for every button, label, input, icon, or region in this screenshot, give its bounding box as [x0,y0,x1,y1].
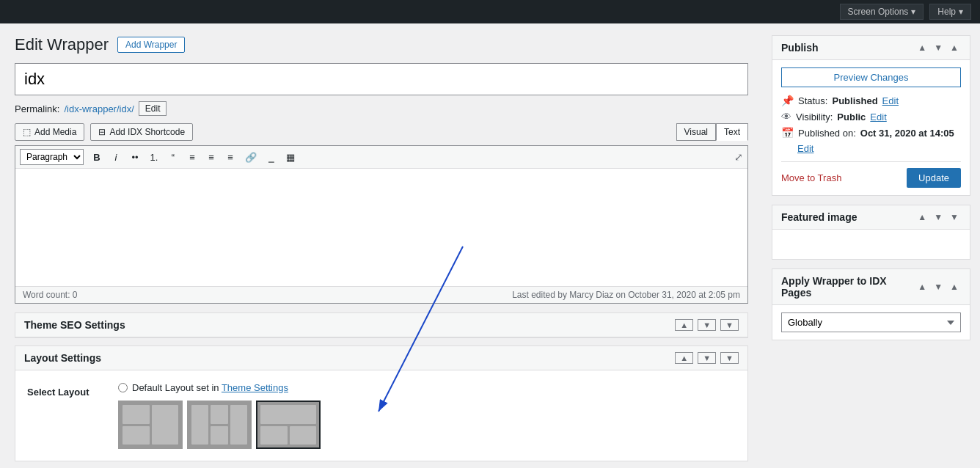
italic-button[interactable]: i [107,150,125,165]
thumb2-cell4 [230,405,247,445]
theme-seo-title: Theme SEO Settings [24,319,125,331]
numbered-list-button[interactable]: 1. [145,150,163,165]
screen-options-button[interactable]: Screen Options ▾ [840,4,924,20]
layout-settings-header[interactable]: Layout Settings ▲ ▼ ▼ [15,346,747,370]
layout-collapse-down[interactable]: ▼ [698,352,716,364]
apply-wrapper-select[interactable]: Globally By Page Type Disabled [781,312,961,332]
add-media-button[interactable]: ⬚ Add Media [15,123,84,141]
layout-toggle[interactable]: ▼ [720,352,739,364]
bullet-list-button[interactable]: •• [126,150,144,165]
thumb1-cell1 [122,405,150,424]
permalink-label: Permalink: [15,103,59,114]
move-to-trash-button[interactable]: Move to Trash [781,172,841,183]
thumb2-cell2 [211,405,227,424]
theme-seo-collapse-down[interactable]: ▼ [698,319,716,331]
featured-image-header: Featured image ▲ ▼ ▼ [772,205,970,230]
top-bar: Screen Options ▾ Help ▾ [0,0,980,23]
visibility-edit-link[interactable]: Edit [870,111,886,123]
featured-image-body [772,230,970,259]
published-on-edit-link[interactable]: Edit [797,143,813,154]
add-shortcode-label: Add IDX Shortcode [109,127,185,137]
page-title-row: Edit Wrapper Add Wrapper [15,35,748,54]
horizontal-rule-button[interactable]: ⎯ [263,150,280,165]
bold-button[interactable]: B [88,150,106,165]
add-shortcode-button[interactable]: ⊟ Add IDX Shortcode [90,123,193,141]
featured-toggle[interactable]: ▼ [948,212,961,222]
default-radio-row: Default Layout set in Theme Settings [118,382,321,393]
published-on-value: Oct 31, 2020 at 14:05 [860,128,954,139]
visibility-icon: 👁 [781,111,791,123]
page-layout: Edit Wrapper Add Wrapper Permalink: /idx… [0,23,980,468]
layout-thumb-3[interactable] [256,401,321,449]
select-layout-label: Select Layout [27,382,100,398]
permalink-link[interactable]: /idx-wrapper/idx/ [64,103,134,114]
publish-collapse-up[interactable]: ▲ [915,43,929,53]
apply-toggle[interactable]: ▲ [948,282,961,292]
screen-options-chevron: ▾ [911,7,915,17]
status-icon: 📌 [781,95,794,106]
layout-thumb-2[interactable] [187,401,252,449]
main-content: Edit Wrapper Add Wrapper Permalink: /idx… [0,23,763,468]
align-center-button[interactable]: ≡ [202,150,220,165]
table-button[interactable]: ▦ [282,150,299,165]
fullscreen-button[interactable]: ⤢ [734,151,743,163]
publish-box-controls: ▲ ▼ ▲ [915,43,961,53]
post-title-input[interactable] [15,63,748,95]
layout-settings-controls: ▲ ▼ ▼ [675,352,739,364]
default-layout-label: Default Layout set in Theme Settings [132,382,288,393]
select-layout-row: Select Layout Default Layout set in Them… [27,382,736,449]
apply-wrapper-body: Globally By Page Type Disabled [772,305,970,340]
layout-collapse-up[interactable]: ▲ [675,352,693,364]
apply-collapse-down[interactable]: ▼ [932,282,945,292]
thumb2-cell1 [191,405,208,445]
publish-body: Preview Changes 📌 Status: Published Edit… [772,60,970,195]
align-left-button[interactable]: ≡ [183,150,201,165]
apply-wrapper-title: Apply Wrapper to IDX Pages [781,275,915,299]
status-value: Published [832,95,877,106]
layout-section-body: Select Layout Default Layout set in Them… [15,370,747,461]
calendar-icon: 📅 [781,127,794,139]
permalink-edit-button[interactable]: Edit [139,101,167,116]
theme-seo-toggle[interactable]: ▼ [720,319,739,331]
theme-seo-collapse-up[interactable]: ▲ [675,319,693,331]
editor-toolbar-top: ⬚ Add Media ⊟ Add IDX Shortcode Visual T… [15,123,748,141]
featured-collapse-down[interactable]: ▼ [932,212,945,222]
apply-wrapper-box: Apply Wrapper to IDX Pages ▲ ▼ ▲ Globall… [772,268,970,340]
theme-seo-controls: ▲ ▼ ▼ [675,319,739,331]
thumb2-cell3 [211,426,227,445]
align-right-button[interactable]: ≡ [222,150,239,165]
theme-seo-header[interactable]: Theme SEO Settings ▲ ▼ ▼ [15,313,747,337]
editor-body[interactable] [15,169,747,286]
publish-collapse-down[interactable]: ▼ [932,43,945,53]
update-button[interactable]: Update [907,168,961,188]
thumb3-cell1 [260,405,316,424]
status-edit-link[interactable]: Edit [882,95,899,106]
visibility-row: 👁 Visibility: Public Edit [781,111,961,123]
add-media-label: Add Media [34,127,76,137]
layout-thumb-1[interactable] [118,401,183,449]
preview-changes-button[interactable]: Preview Changes [781,67,961,87]
editor-footer: Word count: 0 Last edited by Marcy Diaz … [15,286,747,303]
add-wrapper-button[interactable]: Add Wrapper [117,37,185,53]
visibility-value: Public [837,111,866,123]
featured-image-controls: ▲ ▼ ▼ [915,212,961,222]
help-button[interactable]: Help ▾ [929,4,971,20]
publish-toggle[interactable]: ▲ [948,43,961,53]
theme-settings-link[interactable]: Theme Settings [222,382,288,393]
default-layout-radio[interactable] [118,383,128,392]
blockquote-button[interactable]: “ [164,150,182,165]
featured-collapse-up[interactable]: ▲ [915,212,929,222]
published-on-label: Published on: [798,128,856,139]
thumb3-cell3 [290,426,317,445]
paragraph-select[interactable]: Paragraph [20,149,84,165]
tab-text[interactable]: Text [716,123,748,141]
media-icon: ⬚ [23,127,31,137]
theme-seo-section: Theme SEO Settings ▲ ▼ ▼ [15,312,748,338]
visual-text-tabs: Visual Text [676,123,748,141]
featured-image-box: Featured image ▲ ▼ ▼ [772,205,970,260]
apply-collapse-up[interactable]: ▲ [915,282,929,292]
layout-settings-section: Layout Settings ▲ ▼ ▼ Select Layout Defa… [15,345,748,461]
tab-visual[interactable]: Visual [676,123,716,141]
page-title: Edit Wrapper [15,35,109,54]
link-button[interactable]: 🔗 [241,150,261,165]
